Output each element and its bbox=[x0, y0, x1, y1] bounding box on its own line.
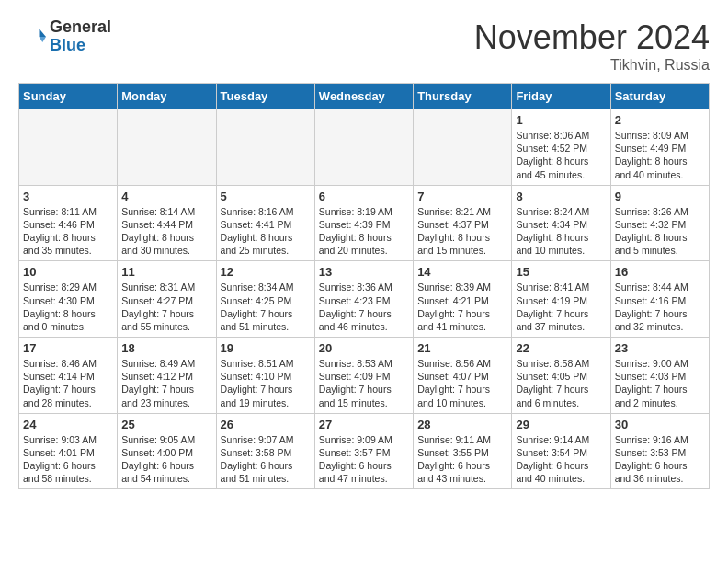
day-number: 11 bbox=[121, 265, 211, 279]
calendar-cell: 11Sunrise: 8:31 AMSunset: 4:27 PMDayligh… bbox=[118, 261, 216, 338]
day-info: Sunrise: 8:53 AMSunset: 4:09 PMDaylight:… bbox=[319, 357, 409, 409]
weekday-header: Friday bbox=[512, 84, 610, 109]
location: Tikhvin, Russia bbox=[474, 57, 710, 74]
calendar-cell: 18Sunrise: 8:49 AMSunset: 4:12 PMDayligh… bbox=[118, 338, 216, 414]
day-info: Sunrise: 8:09 AMSunset: 4:49 PMDaylight:… bbox=[615, 129, 705, 181]
calendar-cell: 23Sunrise: 9:00 AMSunset: 4:03 PMDayligh… bbox=[610, 338, 709, 414]
day-info: Sunrise: 9:11 AMSunset: 3:55 PMDaylight:… bbox=[417, 433, 507, 486]
day-info: Sunrise: 8:16 AMSunset: 4:41 PMDaylight:… bbox=[221, 205, 311, 258]
day-info: Sunrise: 9:00 AMSunset: 4:03 PMDaylight:… bbox=[615, 357, 705, 409]
day-number: 26 bbox=[221, 418, 311, 431]
calendar-cell: 8Sunrise: 8:24 AMSunset: 4:34 PMDaylight… bbox=[512, 185, 610, 261]
calendar-cell: 16Sunrise: 8:44 AMSunset: 4:16 PMDayligh… bbox=[610, 261, 709, 338]
day-number: 22 bbox=[516, 341, 606, 355]
day-number: 27 bbox=[319, 418, 409, 431]
day-number: 20 bbox=[319, 341, 409, 355]
day-info: Sunrise: 8:24 AMSunset: 4:34 PMDaylight:… bbox=[516, 205, 606, 258]
day-info: Sunrise: 9:16 AMSunset: 3:53 PMDaylight:… bbox=[615, 433, 705, 486]
calendar-cell: 13Sunrise: 8:36 AMSunset: 4:23 PMDayligh… bbox=[314, 261, 413, 338]
day-info: Sunrise: 8:39 AMSunset: 4:21 PMDaylight:… bbox=[417, 281, 507, 333]
day-number: 8 bbox=[516, 190, 606, 203]
calendar-week-row: 10Sunrise: 8:29 AMSunset: 4:30 PMDayligh… bbox=[19, 261, 710, 338]
calendar-cell: 25Sunrise: 9:05 AMSunset: 4:00 PMDayligh… bbox=[118, 413, 216, 489]
day-number: 19 bbox=[221, 341, 311, 355]
day-number: 16 bbox=[615, 265, 705, 279]
day-number: 10 bbox=[23, 265, 113, 279]
weekday-header: Saturday bbox=[610, 84, 709, 109]
day-info: Sunrise: 8:06 AMSunset: 4:52 PMDaylight:… bbox=[516, 129, 606, 181]
day-number: 24 bbox=[23, 418, 113, 431]
day-info: Sunrise: 8:14 AMSunset: 4:44 PMDaylight:… bbox=[121, 205, 211, 258]
day-number: 9 bbox=[615, 190, 705, 203]
day-number: 21 bbox=[417, 341, 507, 355]
day-info: Sunrise: 8:51 AMSunset: 4:10 PMDaylight:… bbox=[221, 357, 311, 409]
page-header: General Blue November 2024 Tikhvin, Russ… bbox=[18, 18, 710, 74]
day-number: 28 bbox=[417, 418, 507, 431]
calendar-cell: 20Sunrise: 8:53 AMSunset: 4:09 PMDayligh… bbox=[314, 338, 413, 414]
calendar-cell: 29Sunrise: 9:14 AMSunset: 3:54 PMDayligh… bbox=[512, 413, 610, 489]
calendar-cell: 2Sunrise: 8:09 AMSunset: 4:49 PMDaylight… bbox=[610, 109, 709, 186]
day-number: 4 bbox=[121, 190, 211, 203]
svg-marker-0 bbox=[40, 29, 47, 37]
calendar-cell bbox=[216, 109, 314, 186]
day-info: Sunrise: 9:07 AMSunset: 3:58 PMDaylight:… bbox=[221, 433, 311, 486]
day-number: 17 bbox=[23, 341, 113, 355]
calendar-week-row: 17Sunrise: 8:46 AMSunset: 4:14 PMDayligh… bbox=[19, 338, 710, 414]
day-number: 12 bbox=[221, 265, 311, 279]
weekday-header: Tuesday bbox=[216, 84, 314, 109]
calendar-cell: 21Sunrise: 8:56 AMSunset: 4:07 PMDayligh… bbox=[414, 338, 512, 414]
day-info: Sunrise: 8:11 AMSunset: 4:46 PMDaylight:… bbox=[23, 205, 113, 258]
logo-icon bbox=[18, 23, 46, 51]
day-number: 6 bbox=[319, 190, 409, 203]
calendar-week-row: 3Sunrise: 8:11 AMSunset: 4:46 PMDaylight… bbox=[19, 185, 710, 261]
weekday-header: Thursday bbox=[414, 84, 512, 109]
day-number: 2 bbox=[615, 113, 705, 127]
day-number: 25 bbox=[121, 418, 211, 431]
calendar-cell: 5Sunrise: 8:16 AMSunset: 4:41 PMDaylight… bbox=[216, 185, 314, 261]
day-info: Sunrise: 8:31 AMSunset: 4:27 PMDaylight:… bbox=[121, 281, 211, 333]
day-info: Sunrise: 8:34 AMSunset: 4:25 PMDaylight:… bbox=[221, 281, 311, 333]
day-info: Sunrise: 8:58 AMSunset: 4:05 PMDaylight:… bbox=[516, 357, 606, 409]
logo: General Blue bbox=[18, 18, 111, 55]
day-info: Sunrise: 9:14 AMSunset: 3:54 PMDaylight:… bbox=[516, 433, 606, 486]
calendar-cell: 27Sunrise: 9:09 AMSunset: 3:57 PMDayligh… bbox=[314, 413, 413, 489]
day-number: 3 bbox=[23, 190, 113, 203]
calendar-cell: 1Sunrise: 8:06 AMSunset: 4:52 PMDaylight… bbox=[512, 109, 610, 186]
calendar-cell: 19Sunrise: 8:51 AMSunset: 4:10 PMDayligh… bbox=[216, 338, 314, 414]
day-number: 13 bbox=[319, 265, 409, 279]
day-info: Sunrise: 9:09 AMSunset: 3:57 PMDaylight:… bbox=[319, 433, 409, 486]
calendar-cell: 6Sunrise: 8:19 AMSunset: 4:39 PMDaylight… bbox=[314, 185, 413, 261]
calendar-cell bbox=[414, 109, 512, 186]
day-info: Sunrise: 8:56 AMSunset: 4:07 PMDaylight:… bbox=[417, 357, 507, 409]
calendar-cell: 4Sunrise: 8:14 AMSunset: 4:44 PMDaylight… bbox=[118, 185, 216, 261]
day-info: Sunrise: 8:46 AMSunset: 4:14 PMDaylight:… bbox=[23, 357, 113, 409]
calendar-cell: 15Sunrise: 8:41 AMSunset: 4:19 PMDayligh… bbox=[512, 261, 610, 338]
day-info: Sunrise: 9:05 AMSunset: 4:00 PMDaylight:… bbox=[121, 433, 211, 486]
day-number: 7 bbox=[417, 190, 507, 203]
day-info: Sunrise: 8:19 AMSunset: 4:39 PMDaylight:… bbox=[319, 205, 409, 258]
logo-text: General Blue bbox=[50, 18, 111, 55]
weekday-header: Sunday bbox=[19, 84, 118, 109]
calendar-cell: 24Sunrise: 9:03 AMSunset: 4:01 PMDayligh… bbox=[19, 413, 118, 489]
calendar-cell: 7Sunrise: 8:21 AMSunset: 4:37 PMDaylight… bbox=[414, 185, 512, 261]
calendar-cell: 28Sunrise: 9:11 AMSunset: 3:55 PMDayligh… bbox=[414, 413, 512, 489]
day-info: Sunrise: 8:26 AMSunset: 4:32 PMDaylight:… bbox=[615, 205, 705, 258]
calendar-week-row: 1Sunrise: 8:06 AMSunset: 4:52 PMDaylight… bbox=[19, 109, 710, 186]
day-number: 29 bbox=[516, 418, 606, 431]
calendar-cell: 9Sunrise: 8:26 AMSunset: 4:32 PMDaylight… bbox=[610, 185, 709, 261]
day-number: 15 bbox=[516, 265, 606, 279]
day-number: 14 bbox=[417, 265, 507, 279]
month-title: November 2024 bbox=[474, 18, 710, 57]
day-info: Sunrise: 8:41 AMSunset: 4:19 PMDaylight:… bbox=[516, 281, 606, 333]
day-info: Sunrise: 8:29 AMSunset: 4:30 PMDaylight:… bbox=[23, 281, 113, 333]
day-info: Sunrise: 8:21 AMSunset: 4:37 PMDaylight:… bbox=[417, 205, 507, 258]
weekday-header: Monday bbox=[118, 84, 216, 109]
day-info: Sunrise: 8:44 AMSunset: 4:16 PMDaylight:… bbox=[615, 281, 705, 333]
weekday-header: Wednesday bbox=[314, 84, 413, 109]
day-number: 30 bbox=[615, 418, 705, 431]
day-info: Sunrise: 8:49 AMSunset: 4:12 PMDaylight:… bbox=[121, 357, 211, 409]
calendar-cell bbox=[314, 109, 413, 186]
title-block: November 2024 Tikhvin, Russia bbox=[474, 18, 710, 74]
calendar-cell: 17Sunrise: 8:46 AMSunset: 4:14 PMDayligh… bbox=[19, 338, 118, 414]
day-info: Sunrise: 8:36 AMSunset: 4:23 PMDaylight:… bbox=[319, 281, 409, 333]
